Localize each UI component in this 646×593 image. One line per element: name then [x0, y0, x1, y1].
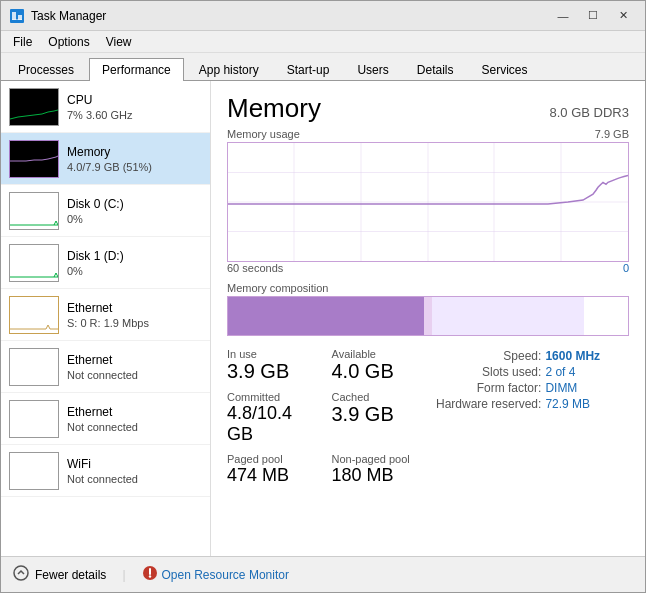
- usage-label: Memory usage 7.9 GB: [227, 128, 629, 140]
- stats-right: Speed: 1600 MHz Slots used: 2 of 4 Form …: [436, 348, 629, 412]
- fewer-details-icon: [13, 565, 29, 584]
- comp-standby: [432, 297, 584, 335]
- menu-options[interactable]: Options: [40, 33, 97, 51]
- stat-nonpaged: Non-paged pool 180 MB: [332, 453, 421, 486]
- sidebar-item-cpu[interactable]: CPU 7% 3.60 GHz: [1, 81, 210, 133]
- ethernet1-info: Ethernet S: 0 R: 1.9 Mbps: [67, 301, 202, 329]
- task-manager-window: Task Manager — ☐ ✕ File Options View Pro…: [0, 0, 646, 593]
- disk1-detail: 0%: [67, 265, 202, 277]
- detail-panel: Memory 8.0 GB DDR3 Memory usage 7.9 GB: [211, 81, 645, 556]
- sidebar-item-wifi[interactable]: WiFi Not connected: [1, 445, 210, 497]
- svg-rect-9: [10, 349, 58, 385]
- svg-rect-4: [10, 89, 58, 125]
- app-icon: [9, 8, 25, 24]
- tab-processes[interactable]: Processes: [5, 58, 87, 81]
- time-end: 0: [623, 262, 629, 274]
- speed-value: 1600 MHz: [545, 348, 600, 364]
- detail-title: Memory: [227, 93, 321, 124]
- tab-users[interactable]: Users: [344, 58, 401, 81]
- svg-point-21: [14, 566, 28, 580]
- tab-app-history[interactable]: App history: [186, 58, 272, 81]
- svg-rect-8: [10, 297, 58, 333]
- svg-rect-7: [10, 245, 58, 281]
- menu-bar: File Options View: [1, 31, 645, 53]
- tab-services[interactable]: Services: [468, 58, 540, 81]
- time-labels: 60 seconds 0: [227, 262, 629, 274]
- ethernet1-detail: S: 0 R: 1.9 Mbps: [67, 317, 202, 329]
- menu-view[interactable]: View: [98, 33, 140, 51]
- detail-subtitle: 8.0 GB DDR3: [550, 105, 629, 120]
- slots-label: Slots used:: [436, 364, 545, 380]
- stat-row-form: Form factor: DIMM: [436, 380, 600, 396]
- memory-info: Memory 4.0/7.9 GB (51%): [67, 145, 202, 173]
- svg-rect-11: [10, 453, 58, 489]
- maximize-button[interactable]: ☐: [579, 6, 607, 26]
- detail-header: Memory 8.0 GB DDR3: [227, 93, 629, 124]
- cpu-detail: 7% 3.60 GHz: [67, 109, 202, 121]
- footer: Fewer details | Open Resource Monitor: [1, 556, 645, 592]
- svg-point-24: [148, 575, 150, 577]
- sidebar-item-memory[interactable]: Memory 4.0/7.9 GB (51%): [1, 133, 210, 185]
- svg-rect-10: [10, 401, 58, 437]
- ethernet2-mini-graph: [9, 348, 59, 386]
- cpu-info: CPU 7% 3.60 GHz: [67, 93, 202, 121]
- memory-detail: 4.0/7.9 GB (51%): [67, 161, 202, 173]
- stat-row-slots: Slots used: 2 of 4: [436, 364, 600, 380]
- menu-file[interactable]: File: [5, 33, 40, 51]
- tab-performance[interactable]: Performance: [89, 58, 184, 81]
- disk0-detail: 0%: [67, 213, 202, 225]
- wifi-detail: Not connected: [67, 473, 202, 485]
- usage-graph: [227, 142, 629, 262]
- fewer-details-label: Fewer details: [35, 568, 106, 582]
- close-button[interactable]: ✕: [609, 6, 637, 26]
- disk1-name: Disk 1 (D:): [67, 249, 202, 263]
- comp-modified: [424, 297, 432, 335]
- svg-rect-5: [10, 141, 58, 177]
- window-controls: — ☐ ✕: [549, 6, 637, 26]
- svg-rect-1: [12, 12, 16, 20]
- ethernet2-info: Ethernet Not connected: [67, 353, 202, 381]
- stat-row-speed: Speed: 1600 MHz: [436, 348, 600, 364]
- ethernet2-name: Ethernet: [67, 353, 202, 367]
- fewer-details-button[interactable]: Fewer details: [13, 565, 106, 584]
- speed-label: Speed:: [436, 348, 545, 364]
- ethernet2-detail: Not connected: [67, 369, 202, 381]
- disk0-mini-graph: [9, 192, 59, 230]
- resource-monitor-icon: [142, 565, 158, 584]
- disk1-mini-graph: [9, 244, 59, 282]
- comp-in-use: [228, 297, 424, 335]
- sidebar-item-ethernet2[interactable]: Ethernet Not connected: [1, 341, 210, 393]
- ethernet3-info: Ethernet Not connected: [67, 405, 202, 433]
- time-start: 60 seconds: [227, 262, 283, 274]
- form-value: DIMM: [545, 380, 600, 396]
- sidebar-item-ethernet1[interactable]: Ethernet S: 0 R: 1.9 Mbps: [1, 289, 210, 341]
- tab-startup[interactable]: Start-up: [274, 58, 343, 81]
- sidebar-item-disk1[interactable]: Disk 1 (D:) 0%: [1, 237, 210, 289]
- minimize-button[interactable]: —: [549, 6, 577, 26]
- composition-label: Memory composition: [227, 282, 629, 294]
- memory-mini-graph: [9, 140, 59, 178]
- wifi-mini-graph: [9, 452, 59, 490]
- wifi-name: WiFi: [67, 457, 202, 471]
- ethernet3-mini-graph: [9, 400, 59, 438]
- hardware-label: Hardware reserved:: [436, 396, 545, 412]
- form-label: Form factor:: [436, 380, 545, 396]
- wifi-info: WiFi Not connected: [67, 457, 202, 485]
- footer-divider: |: [122, 568, 125, 582]
- stat-committed: Committed 4.8/10.4 GB: [227, 391, 316, 445]
- svg-rect-6: [10, 193, 58, 229]
- disk0-name: Disk 0 (C:): [67, 197, 202, 211]
- open-resource-monitor-link[interactable]: Open Resource Monitor: [142, 565, 289, 584]
- main-content: CPU 7% 3.60 GHz Memory 4.0/7.9 GB (51%): [1, 81, 645, 556]
- composition-bar: [227, 296, 629, 336]
- stat-cached: Cached 3.9 GB: [332, 391, 421, 445]
- tab-details[interactable]: Details: [404, 58, 467, 81]
- sidebar-item-disk0[interactable]: Disk 0 (C:) 0%: [1, 185, 210, 237]
- ethernet1-mini-graph: [9, 296, 59, 334]
- ethernet3-name: Ethernet: [67, 405, 202, 419]
- cpu-name: CPU: [67, 93, 202, 107]
- ethernet1-name: Ethernet: [67, 301, 202, 315]
- title-bar: Task Manager — ☐ ✕: [1, 1, 645, 31]
- sidebar-item-ethernet3[interactable]: Ethernet Not connected: [1, 393, 210, 445]
- svg-rect-3: [12, 19, 22, 20]
